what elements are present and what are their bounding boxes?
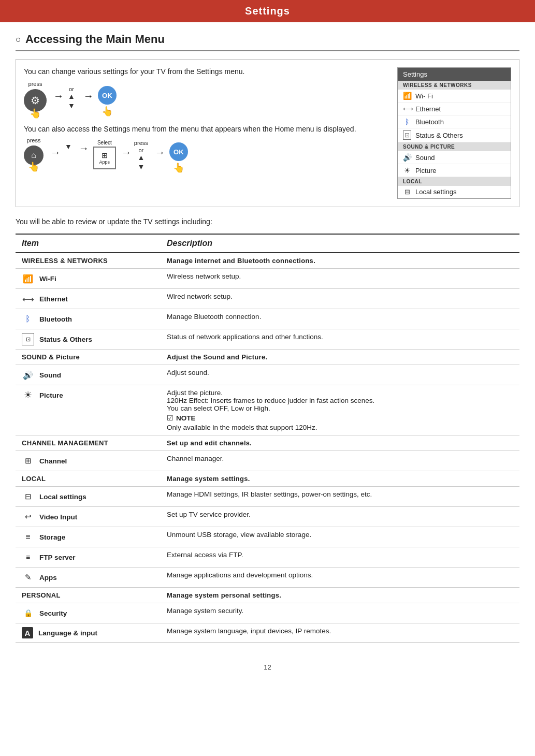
category-wireless-desc: Manage internet and Bluetooth connection… [161, 253, 519, 269]
language-icon: A [22, 627, 33, 638]
arrow-right3-icon: → [50, 147, 61, 158]
arrow-right6-icon: → [155, 147, 165, 158]
settings-item-picture: ☀ Picture [398, 164, 511, 177]
apps-icon: ✎ [22, 571, 34, 584]
page-header: Settings [0, 0, 535, 22]
intro-left: You can change various settings for your… [24, 67, 387, 173]
ethernet-icon: ⟷ [22, 293, 34, 305]
item-sound-cell: 🔊 Sound [16, 365, 161, 385]
settings-sound-label: Sound [415, 154, 435, 162]
item-ethernet-desc: Wired network setup. [161, 289, 519, 309]
settings-item-ethernet: ⟷ Ethernet [398, 103, 511, 115]
category-personal: PERSONAL [16, 588, 161, 603]
item-security-desc: Manage system security. [161, 603, 519, 623]
table-row: A Language & input Manage system languag… [16, 623, 519, 643]
intro-description1: You can change various settings for your… [24, 67, 387, 76]
wifi-icon: 📶 [22, 272, 34, 285]
status-icon: ⊡ [403, 130, 411, 140]
table-row: ⊡ Status & Others Status of network appl… [16, 329, 519, 350]
picture-icon: ☀ [22, 389, 34, 401]
hand-cursor3-icon: 👆 [28, 161, 39, 172]
item-wifi-desc: Wireless network setup. [161, 269, 519, 289]
item-ftp-desc: External access via FTP. [161, 547, 519, 568]
nav-arrows: ▲ ▼ [68, 92, 75, 110]
table-row: ᛒ Bluetooth Manage Bluetooth connection. [16, 309, 519, 329]
item-language-desc: Manage system language, input devices, I… [161, 623, 519, 643]
item-sound-name: Sound [39, 371, 61, 379]
table-row: LOCAL Manage system settings. [16, 471, 519, 487]
category-sound-desc: Adjust the Sound and Picture. [161, 350, 519, 365]
hand-cursor2-icon: 👆 [98, 106, 117, 117]
select-label: Select [97, 140, 112, 146]
category-local: LOCAL [16, 471, 161, 487]
ok-button: OK [98, 86, 117, 105]
security-icon: 🔒 [22, 607, 34, 619]
item-channel-desc: Channel manager. [161, 451, 519, 471]
item-status-name: Status & Others [39, 336, 92, 343]
press-label3: press [134, 140, 148, 146]
apps-icon: ⊞ [102, 151, 108, 159]
table-row: 🔒 Security Manage system security. [16, 603, 519, 623]
or-label1: or [69, 86, 74, 92]
settings-picture-label: Picture [415, 167, 436, 175]
item-storage-desc: Unmount USB storage, view available stor… [161, 527, 519, 547]
settings-wifi-label: Wi- Fi [415, 92, 433, 100]
intro-description2: You can also access the Settings menu fr… [24, 125, 387, 133]
or-label2: or [138, 147, 143, 153]
settings-item-bluetooth: ᛒ Bluetooth [398, 115, 511, 128]
ok-button2: OK [169, 142, 188, 161]
main-content: ○ Accessing the Main Menu You can change… [0, 22, 535, 653]
section-title-text: Accessing the Main Menu [25, 33, 165, 46]
settings-ethernet-label: Ethernet [415, 105, 441, 113]
ethernet-icon: ⟷ [403, 105, 411, 113]
item-channel-cell: ⊞ Channel [16, 451, 161, 471]
ftp-icon: ≡ [22, 551, 34, 563]
category-wireless: WIRELESS & NETWORKS [16, 253, 161, 269]
item-picture-desc: Adjust the picture. 120Hz Effect: Insert… [161, 385, 519, 435]
storage-icon: ≡ [22, 531, 34, 543]
item-sound-desc: Adjust sound. [161, 365, 519, 385]
settings-status-label: Status & Others [415, 132, 463, 139]
apps-button: ⊞ Apps [93, 147, 116, 169]
item-apps-name: Apps [39, 574, 57, 581]
note-label: NOTE [176, 414, 196, 422]
item-status-desc: Status of network applications and other… [161, 329, 519, 350]
status-icon: ⊡ [22, 333, 34, 345]
table-row: 📶 Wi-Fi Wireless network setup. [16, 269, 519, 289]
item-security-name: Security [39, 609, 67, 617]
settings-panel-title: Settings [398, 68, 511, 81]
item-ethernet-name: Ethernet [39, 295, 68, 303]
item-videoinput-cell: ↩ Video Input [16, 507, 161, 527]
gear-icon: ⚙ [31, 94, 40, 107]
table-row: ✎ Apps Manage applications and developme… [16, 568, 519, 588]
item-storage-cell: ≡ Storage [16, 527, 161, 547]
item-videoinput-name: Video Input [39, 513, 77, 521]
item-localsettings-cell: ⊟ Local settings [16, 487, 161, 507]
table-row: ↩ Video Input Set up TV service provider… [16, 507, 519, 527]
arrow-right-icon: → [53, 90, 64, 102]
table-row: CHANNEL MANAGEMENT Set up and edit chann… [16, 435, 519, 451]
hand-cursor4-icon: 👆 [169, 162, 188, 173]
item-videoinput-desc: Set up TV service provider. [161, 507, 519, 527]
nav-arrows2: ▼ [65, 142, 72, 151]
local-settings-icon: ⊟ [22, 490, 34, 503]
table-row: ☀ Picture Adjust the picture. 120Hz Effe… [16, 385, 519, 435]
table-row: ⊞ Channel Channel manager. [16, 451, 519, 471]
channel-icon: ⊞ [22, 455, 34, 467]
settings-section-wireless: WIRELESS & NETWORKS [398, 81, 511, 90]
category-sound: SOUND & Picture [16, 350, 161, 365]
hand-cursor-icon: 👆 [30, 108, 41, 119]
arrow-down2-icon: ▼ [65, 142, 72, 151]
col-description: Description [161, 234, 519, 253]
item-picture-cell: ☀ Picture [16, 385, 161, 435]
settings-table: Item Description WIRELESS & NETWORKS Man… [16, 234, 519, 643]
item-ftp-cell: ≡ FTP server [16, 547, 161, 568]
wifi-icon: 📶 [403, 92, 411, 100]
item-language-cell: A Language & input [16, 623, 161, 643]
video-input-icon: ↩ [22, 511, 34, 523]
settings-item-wifi: 📶 Wi- Fi [398, 90, 511, 103]
arrow-right5-icon: → [121, 147, 132, 158]
col-item: Item [16, 234, 161, 253]
picture-icon: ☀ [403, 166, 411, 175]
table-row: PERSONAL Manage system personal settings… [16, 588, 519, 603]
